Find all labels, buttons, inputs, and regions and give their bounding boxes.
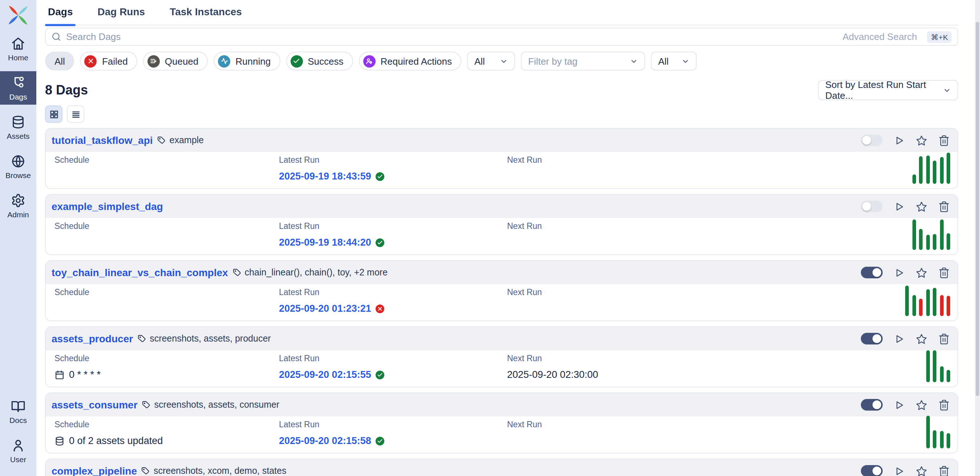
sidebar-item-home[interactable]: Home xyxy=(0,32,36,65)
run-bar[interactable] xyxy=(926,350,929,382)
trigger-dag-button[interactable] xyxy=(893,465,905,476)
run-bar[interactable] xyxy=(926,156,929,184)
sidebar-item-assets[interactable]: Assets xyxy=(0,110,36,144)
latest-run-link[interactable]: 2025-09-20 01:23:21 xyxy=(279,303,371,314)
run-bar[interactable] xyxy=(926,416,929,448)
next-run-value: 2025-09-20 02:30:00 xyxy=(507,369,598,380)
dag-pause-toggle[interactable] xyxy=(861,465,883,476)
delete-dag-button[interactable] xyxy=(938,266,950,279)
toggle-knob xyxy=(862,202,871,211)
trigger-dag-button[interactable] xyxy=(893,266,905,279)
sidebar-item-admin[interactable]: Admin xyxy=(0,189,36,222)
sidebar-item-browse[interactable]: Browse xyxy=(0,150,36,183)
run-history-sparkline[interactable] xyxy=(926,416,950,448)
run-bar[interactable] xyxy=(912,295,916,316)
play-icon xyxy=(893,200,905,213)
filter-chip-failed[interactable]: Failed xyxy=(80,52,137,70)
favorite-dag-button[interactable] xyxy=(915,200,928,213)
dag-name-link[interactable]: tutorial_taskflow_api xyxy=(52,134,153,146)
tab-dag-runs[interactable]: Dag Runs xyxy=(94,6,148,25)
filter-dropdown-2[interactable]: All xyxy=(651,52,697,70)
run-bar[interactable] xyxy=(947,153,950,184)
list-view-button[interactable] xyxy=(67,105,84,123)
dag-name-link[interactable]: assets_producer xyxy=(52,333,133,344)
favorite-dag-button[interactable] xyxy=(915,333,928,345)
trigger-dag-button[interactable] xyxy=(893,399,905,411)
run-history-sparkline[interactable] xyxy=(926,350,950,382)
delete-dag-button[interactable] xyxy=(938,134,950,146)
airflow-logo-icon[interactable] xyxy=(7,4,29,26)
sidebar-item-user[interactable]: User xyxy=(0,434,36,467)
delete-dag-button[interactable] xyxy=(938,465,950,476)
dag-name-link[interactable]: complex_pipeline xyxy=(52,465,137,476)
run-bar[interactable] xyxy=(947,433,950,448)
run-history-sparkline[interactable] xyxy=(905,286,950,316)
run-bar[interactable] xyxy=(947,233,950,250)
run-bar[interactable] xyxy=(926,235,929,250)
main-content: DagsDag RunsTask Instances Search Dags A… xyxy=(36,0,975,476)
run-bar[interactable] xyxy=(940,295,943,316)
run-bar[interactable] xyxy=(947,296,950,316)
run-bar[interactable] xyxy=(905,286,909,316)
grid-view-button[interactable] xyxy=(45,105,62,123)
run-bar[interactable] xyxy=(933,234,936,250)
search-bar[interactable]: Search Dags Advanced Search ⌘+K xyxy=(45,28,958,46)
latest-run-link[interactable]: 2025-09-19 18:43:59 xyxy=(279,171,371,181)
dag-name-link[interactable]: example_simplest_dag xyxy=(52,201,163,212)
sidebar-item-label: Admin xyxy=(7,210,29,218)
run-history-sparkline[interactable] xyxy=(912,220,950,250)
shortcut-badge: ⌘+K xyxy=(928,31,952,43)
delete-dag-button[interactable] xyxy=(938,399,950,411)
latest-run-link[interactable]: 2025-09-20 02:15:55 xyxy=(279,369,371,380)
filter-chip-running[interactable]: Running xyxy=(213,52,280,70)
run-bar[interactable] xyxy=(940,431,943,448)
dag-pause-toggle[interactable] xyxy=(861,333,883,344)
dag-pause-toggle[interactable] xyxy=(861,267,883,279)
run-history-sparkline[interactable] xyxy=(912,153,950,184)
dag-pause-toggle[interactable] xyxy=(861,201,883,212)
run-bar[interactable] xyxy=(926,289,929,316)
sidebar-item-dags[interactable]: Dags xyxy=(0,71,36,105)
scrollbar-thumb[interactable] xyxy=(976,22,979,396)
trigger-dag-button[interactable] xyxy=(893,333,905,345)
filter-chip-all[interactable]: All xyxy=(45,52,75,70)
run-bar[interactable] xyxy=(940,220,943,250)
filter-chip-success[interactable]: Success xyxy=(286,52,353,70)
run-bar[interactable] xyxy=(940,157,943,184)
run-bar[interactable] xyxy=(912,220,916,250)
advanced-search-link[interactable]: Advanced Search xyxy=(842,31,917,42)
run-bar[interactable] xyxy=(919,229,923,250)
favorite-dag-button[interactable] xyxy=(915,465,928,476)
tab-task-instances[interactable]: Task Instances xyxy=(167,6,245,25)
dag-card: toy_chain_linear_vs_chain_complexchain_l… xyxy=(45,260,958,321)
dag-pause-toggle[interactable] xyxy=(861,399,883,411)
trigger-dag-button[interactable] xyxy=(893,200,905,213)
sidebar-item-docs[interactable]: Docs xyxy=(0,395,36,428)
run-bar[interactable] xyxy=(919,299,923,316)
filter-chip-required-actions[interactable]: Required Actions xyxy=(358,52,461,70)
sort-dropdown[interactable]: Sort by Latest Run Start Date... xyxy=(818,80,958,100)
latest-run-link[interactable]: 2025-09-20 02:15:58 xyxy=(279,435,371,446)
run-bar[interactable] xyxy=(933,161,936,184)
delete-dag-button[interactable] xyxy=(938,333,950,345)
run-bar[interactable] xyxy=(933,350,936,382)
trigger-dag-button[interactable] xyxy=(893,134,905,146)
favorite-dag-button[interactable] xyxy=(915,399,928,411)
tab-dags[interactable]: Dags xyxy=(45,6,76,25)
run-bar[interactable] xyxy=(947,370,950,382)
filter-chip-queued[interactable]: Queued xyxy=(143,52,208,70)
dag-name-link[interactable]: toy_chain_linear_vs_chain_complex xyxy=(52,267,228,279)
run-bar[interactable] xyxy=(940,366,943,382)
delete-dag-button[interactable] xyxy=(938,200,950,213)
run-bar[interactable] xyxy=(919,156,923,184)
run-bar[interactable] xyxy=(912,174,916,184)
favorite-dag-button[interactable] xyxy=(915,134,928,146)
latest-run-link[interactable]: 2025-09-19 18:44:20 xyxy=(279,237,371,248)
run-bar[interactable] xyxy=(933,430,936,448)
favorite-dag-button[interactable] xyxy=(915,266,928,279)
filter-dropdown-1[interactable]: Filter by tag xyxy=(521,52,645,70)
dag-pause-toggle[interactable] xyxy=(861,134,883,146)
dag-name-link[interactable]: assets_consumer xyxy=(52,399,138,411)
run-bar[interactable] xyxy=(933,288,936,316)
filter-dropdown-0[interactable]: All xyxy=(467,52,515,70)
